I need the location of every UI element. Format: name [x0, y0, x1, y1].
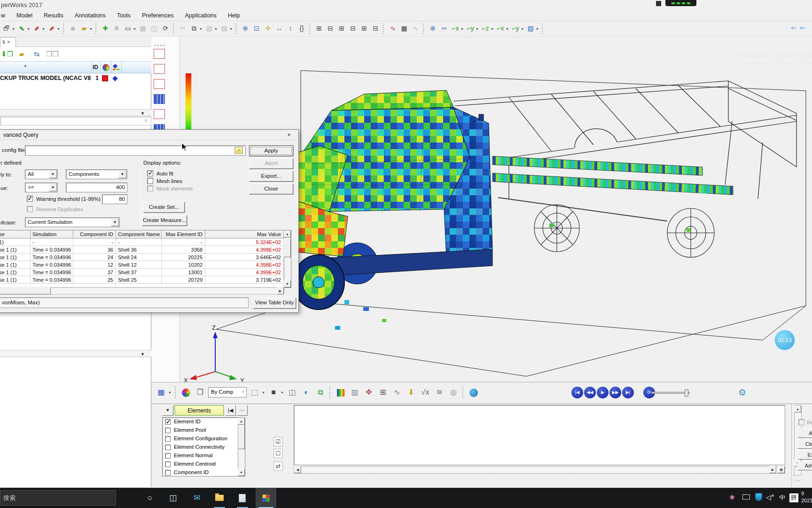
- auto-fit-checkbox[interactable]: [147, 170, 153, 176]
- tensor-plot-icon[interactable]: ⊞: [377, 386, 389, 398]
- menu-preferences[interactable]: Preferences: [142, 12, 173, 19]
- list-item[interactable]: Element Configuration: [163, 435, 245, 443]
- notepad-icon[interactable]: [232, 488, 253, 508]
- clear-side-button[interactable]: Clea: [797, 439, 812, 449]
- plot-y2-icon[interactable]: ⊟: [348, 24, 358, 34]
- table-row[interactable]: ase 1 (1)Time = 0.034996 (7)25Shell 2520…: [0, 276, 291, 284]
- grid-toggle-icon[interactable]: ▦: [778, 466, 785, 473]
- col-component-name[interactable]: Component Name: [116, 230, 162, 238]
- iso-panel-icon[interactable]: [154, 64, 165, 74]
- contour-panel-icon[interactable]: [154, 49, 165, 59]
- zoom-area-icon[interactable]: ⊡: [251, 24, 262, 34]
- mail-icon[interactable]: ✉: [187, 488, 207, 508]
- mesh-lines-checkbox[interactable]: [147, 178, 153, 184]
- more-options-icon[interactable]: …: [237, 405, 248, 416]
- plot-x3-icon[interactable]: ⊞: [359, 24, 369, 34]
- zoom-circle-icon[interactable]: ⊕: [428, 24, 438, 34]
- section-cut-icon[interactable]: ◐: [300, 386, 312, 398]
- delete-page-icon[interactable]: ✖: [111, 24, 122, 34]
- axis-ty-icon[interactable]: ⌐y: [465, 24, 476, 34]
- play-icon[interactable]: ▶: [597, 387, 609, 398]
- axis-rx-icon[interactable]: ⌐x: [495, 24, 506, 34]
- table-row[interactable]: ase 1 (1)Time = 0.034996 (7)24Shell 2420…: [0, 254, 291, 261]
- color-column-icon[interactable]: [102, 64, 109, 71]
- table-row[interactable]: ase 1 (1)Time = 0.034996 (7)37Shell 3713…: [0, 269, 291, 276]
- list-item[interactable]: Element Connectivity: [163, 443, 245, 452]
- animation-settings-icon[interactable]: ⚙: [736, 387, 748, 398]
- axis-tz-icon[interactable]: ⌐z: [480, 24, 491, 34]
- menu-model[interactable]: Model: [16, 12, 32, 19]
- query-results-table[interactable]: ase Simulation Component ID Component Na…: [0, 230, 291, 288]
- ime-pinyin-icon[interactable]: 拼: [789, 493, 798, 502]
- results-tab[interactable]: s×: [0, 37, 16, 47]
- resize-dots[interactable]: ⋯: [796, 478, 800, 483]
- browse-file-icon[interactable]: ➚: [234, 147, 243, 154]
- tracking-icon[interactable]: ≋: [433, 386, 445, 398]
- list-item[interactable]: Component ID: [163, 468, 245, 476]
- cortana-icon[interactable]: ○: [140, 488, 160, 508]
- check-all-icon[interactable]: ☑: [273, 437, 283, 446]
- scroll-thumb[interactable]: [284, 238, 291, 257]
- apply-to-select[interactable]: All▼: [25, 169, 58, 179]
- table-vertical-scrollbar[interactable]: ▲ ▼: [284, 230, 291, 287]
- fast-forward-icon[interactable]: ▶▶: [609, 387, 621, 398]
- display-column-icon[interactable]: ◆: [113, 64, 120, 71]
- slider-thumb[interactable]: [685, 389, 688, 397]
- hyperview-taskbar-icon[interactable]: [256, 488, 276, 508]
- copy-model-icon[interactable]: ❒❒: [46, 48, 57, 60]
- contour-plot-icon[interactable]: [335, 386, 347, 398]
- apply-side-button[interactable]: A: [797, 429, 812, 438]
- arrow-horizontal-icon[interactable]: ↔: [274, 24, 284, 34]
- menu-applications[interactable]: Applications: [185, 12, 216, 19]
- close-icon[interactable]: ×: [285, 131, 293, 139]
- menu-view[interactable]: w: [1, 12, 5, 19]
- axis-ry-icon[interactable]: ⌐y: [510, 24, 521, 34]
- browser-splitter[interactable]: ▼: [0, 109, 151, 116]
- deformed-shape-icon[interactable]: ∿: [391, 386, 403, 398]
- table-row[interactable]: 21)----5.324E+02: [0, 238, 291, 246]
- page-layout-icon[interactable]: ▭: [123, 24, 133, 34]
- apply-result-icon[interactable]: ⬇: [405, 386, 417, 398]
- zoom-in-icon[interactable]: ⊕: [240, 24, 250, 34]
- back-arrow-icon[interactable]: ⇦: [439, 24, 449, 34]
- load-model-icon[interactable]: ⬇❒: [1, 48, 12, 60]
- scroll-down-icon[interactable]: ▼: [284, 280, 291, 287]
- browser-splitter-lower[interactable]: ▼: [0, 350, 151, 357]
- model-files-icon[interactable]: ▰: [16, 48, 27, 60]
- operator-select[interactable]: >=▼: [25, 183, 58, 192]
- session-window-icon[interactable]: 🗗: [1, 24, 12, 34]
- rewind-icon[interactable]: ◀◀: [584, 387, 596, 398]
- col-component-id[interactable]: Component ID: [73, 230, 116, 238]
- scroll-left-icon[interactable]: ◀: [294, 466, 301, 473]
- file-explorer-icon[interactable]: [209, 488, 230, 508]
- model-row[interactable]: CKUP TRUCK MODEL (NCAC V8) 1 ◆: [0, 73, 151, 84]
- vector-panel-icon[interactable]: [154, 79, 165, 89]
- contour-panel-icon[interactable]: ▦: [155, 386, 167, 398]
- scroll-right-icon[interactable]: ▶: [769, 466, 776, 473]
- entity-data-area[interactable]: [294, 405, 785, 465]
- scroll-up-icon[interactable]: ▲: [238, 418, 245, 425]
- display-icon[interactable]: [742, 493, 750, 501]
- model-color-swatch[interactable]: [102, 75, 108, 81]
- tensor-panel-icon[interactable]: [154, 94, 165, 104]
- derived-result-icon[interactable]: √x: [419, 386, 431, 398]
- scroll-up-icon[interactable]: ▲: [794, 405, 801, 413]
- hscroll-thumb[interactable]: [0, 287, 51, 294]
- user-icon[interactable]: ☻: [68, 24, 78, 34]
- warning-threshold-input[interactable]: 80: [102, 194, 127, 204]
- menu-tools[interactable]: Tools: [117, 12, 131, 19]
- layout-split-icon[interactable]: ◫: [149, 24, 159, 34]
- id-column-header[interactable]: ID: [93, 64, 98, 71]
- create-set-button[interactable]: Create Set...: [143, 202, 185, 213]
- col-max-element-id[interactable]: Max Element ID: [162, 230, 205, 238]
- list-scrollbar[interactable]: ▲ ▼: [238, 418, 245, 476]
- search-input[interactable]: 搜索: [0, 490, 116, 506]
- loadcase-select[interactable]: Current Simulation▼: [25, 217, 120, 227]
- speaker-muted-icon[interactable]: ◁✕: [766, 493, 774, 501]
- elements-collector-button[interactable]: Elements: [174, 405, 224, 416]
- animation-clock[interactable]: 01:13: [774, 329, 796, 351]
- wireframe-mode-icon[interactable]: ⬚: [249, 386, 261, 398]
- pan-icon[interactable]: ✛: [263, 24, 273, 34]
- table-horizontal-scrollbar[interactable]: ▶: [0, 287, 284, 294]
- uncheck-all-icon[interactable]: ☐: [273, 449, 283, 458]
